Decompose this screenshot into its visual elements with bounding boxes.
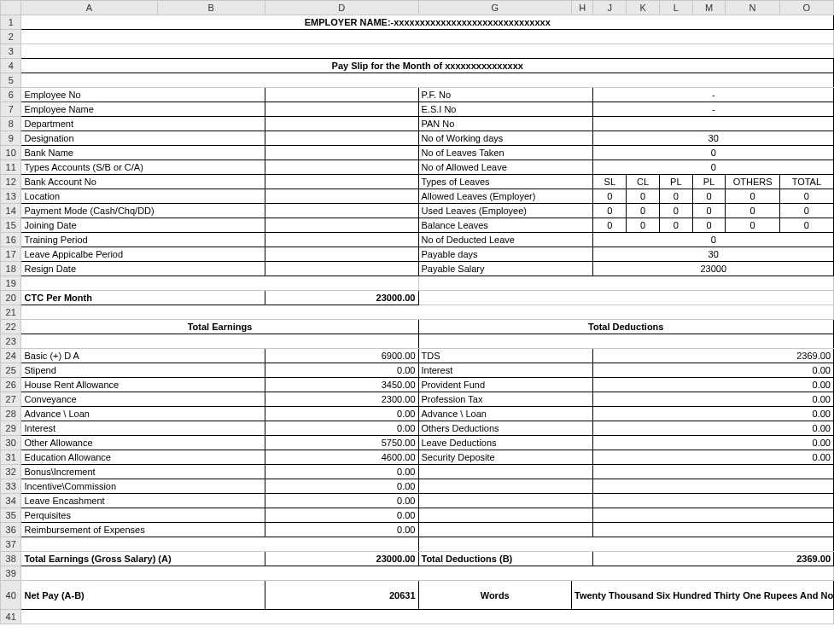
ded-value[interactable]: 0.00 [593, 450, 834, 465]
label-working-days[interactable]: No of Working days [418, 131, 593, 146]
spreadsheet[interactable]: A B D G H J K L M N O 1 EMPLOYER NAME:-x… [0, 0, 834, 624]
row-header[interactable]: 29 [1, 421, 21, 436]
row-header[interactable]: 37 [1, 537, 21, 552]
ded-value[interactable]: 0.00 [593, 363, 834, 378]
leave-cell[interactable]: 0 [659, 189, 692, 204]
val-payable-salary[interactable]: 23000 [593, 262, 834, 276]
employer-name[interactable]: EMPLOYER NAME:-xxxxxxxxxxxxxxxxxxxxxxxxx… [21, 15, 834, 30]
row-header[interactable]: 27 [1, 392, 21, 407]
row-header[interactable]: 22 [1, 320, 21, 334]
earn-value[interactable]: 5750.00 [265, 436, 418, 450]
total-earn-label[interactable]: Total Earnings (Gross Salary) (A) [21, 552, 265, 566]
label-payable-salary[interactable]: Payable Salary [418, 262, 593, 276]
earn-value[interactable]: 0.00 [265, 465, 418, 479]
cell[interactable] [265, 204, 418, 218]
row-header[interactable]: 3 [1, 44, 21, 59]
cell[interactable] [418, 465, 593, 479]
row-header[interactable]: 23 [1, 334, 21, 349]
cell[interactable] [265, 262, 418, 276]
earn-label[interactable]: Conveyance [21, 392, 265, 407]
leave-cell[interactable]: 0 [659, 204, 692, 218]
label-resign-date[interactable]: Resign Date [21, 262, 265, 276]
leave-cell[interactable]: 0 [726, 189, 779, 204]
row-header[interactable]: 6 [1, 88, 21, 102]
label-employee-no[interactable]: Employee No [21, 88, 265, 102]
leave-cell[interactable]: 0 [692, 204, 726, 218]
leave-cell[interactable]: 0 [692, 218, 726, 233]
row-header[interactable]: 21 [1, 305, 21, 320]
leave-col-pl[interactable]: PL [659, 175, 692, 189]
row-header[interactable]: 20 [1, 291, 21, 305]
earn-value[interactable]: 3450.00 [265, 378, 418, 392]
val-payable-days[interactable]: 30 [593, 247, 834, 262]
earn-label[interactable]: Reimbursement of Expenses [21, 523, 265, 537]
row-header[interactable]: 25 [1, 363, 21, 378]
leave-col-cl[interactable]: CL [627, 175, 660, 189]
earn-label[interactable]: Stipend [21, 363, 265, 378]
earn-value[interactable]: 4600.00 [265, 450, 418, 465]
earn-label[interactable]: House Rent Allowance [21, 378, 265, 392]
row-header[interactable]: 33 [1, 479, 21, 494]
leave-cell[interactable]: 0 [627, 204, 660, 218]
label-employee-name[interactable]: Employee Name [21, 102, 265, 117]
row-header[interactable]: 19 [1, 276, 21, 291]
ded-label[interactable]: Others Deductions [418, 421, 593, 436]
row-header[interactable]: 14 [1, 204, 21, 218]
leave-cell[interactable]: 0 [627, 189, 660, 204]
cell[interactable] [21, 73, 834, 88]
earn-label[interactable]: Perquisites [21, 508, 265, 523]
val-deducted-leave[interactable]: 0 [593, 233, 834, 247]
cell[interactable] [418, 508, 593, 523]
section-earnings[interactable]: Total Earnings [21, 320, 418, 334]
cell[interactable] [21, 30, 834, 44]
row-header[interactable]: 15 [1, 218, 21, 233]
col-header[interactable]: O [779, 1, 833, 15]
row-header[interactable]: 8 [1, 117, 21, 131]
earn-value[interactable]: 0.00 [265, 421, 418, 436]
label-pan-no[interactable]: PAN No [418, 117, 593, 131]
ded-label[interactable]: Provident Fund [418, 378, 593, 392]
row-header[interactable]: 16 [1, 233, 21, 247]
leave-cell[interactable]: 0 [779, 218, 833, 233]
leave-col-total[interactable]: TOTAL [779, 175, 833, 189]
leave-cell[interactable]: 0 [726, 218, 779, 233]
leave-cell[interactable]: 0 [593, 189, 627, 204]
earn-value[interactable]: 2300.00 [265, 392, 418, 407]
cell[interactable] [418, 479, 593, 494]
col-header[interactable]: B [157, 1, 265, 15]
row-header[interactable]: 4 [1, 59, 21, 73]
row-header[interactable]: 5 [1, 73, 21, 88]
cell[interactable] [418, 334, 834, 349]
cell[interactable] [265, 88, 418, 102]
leave-col-sl[interactable]: SL [593, 175, 627, 189]
label-balance-leaves[interactable]: Balance Leaves [418, 218, 593, 233]
cell[interactable] [21, 566, 834, 581]
leave-cell[interactable]: 0 [593, 204, 627, 218]
leave-cell[interactable]: 0 [659, 218, 692, 233]
earn-value[interactable]: 6900.00 [265, 349, 418, 363]
total-earn-value[interactable]: 23000.00 [265, 552, 418, 566]
ded-label[interactable]: Interest [418, 363, 593, 378]
col-header[interactable]: L [659, 1, 692, 15]
label-department[interactable]: Department [21, 117, 265, 131]
label-esi-no[interactable]: E.S.I No [418, 102, 593, 117]
netpay-value[interactable]: 20631 [265, 581, 418, 610]
cell[interactable] [265, 131, 418, 146]
earn-label[interactable]: Education Allowance [21, 450, 265, 465]
ded-value[interactable]: 0.00 [593, 421, 834, 436]
cell[interactable] [265, 102, 418, 117]
label-deducted-leave[interactable]: No of Deducted Leave [418, 233, 593, 247]
row-header[interactable]: 11 [1, 160, 21, 175]
leave-cell[interactable]: 0 [779, 189, 833, 204]
cell[interactable] [21, 44, 834, 59]
leave-cell[interactable]: 0 [627, 218, 660, 233]
label-types-leaves[interactable]: Types of Leaves [418, 175, 593, 189]
ded-label[interactable]: Advance \ Loan [418, 407, 593, 421]
ctc-value[interactable]: 23000.00 [265, 291, 418, 305]
cell[interactable] [265, 160, 418, 175]
cell[interactable] [265, 175, 418, 189]
total-ded-label[interactable]: Total Deductions (B) [418, 552, 593, 566]
cell[interactable] [593, 465, 834, 479]
label-pf-no[interactable]: P.F. No [418, 88, 593, 102]
corner-cell[interactable] [1, 1, 21, 15]
